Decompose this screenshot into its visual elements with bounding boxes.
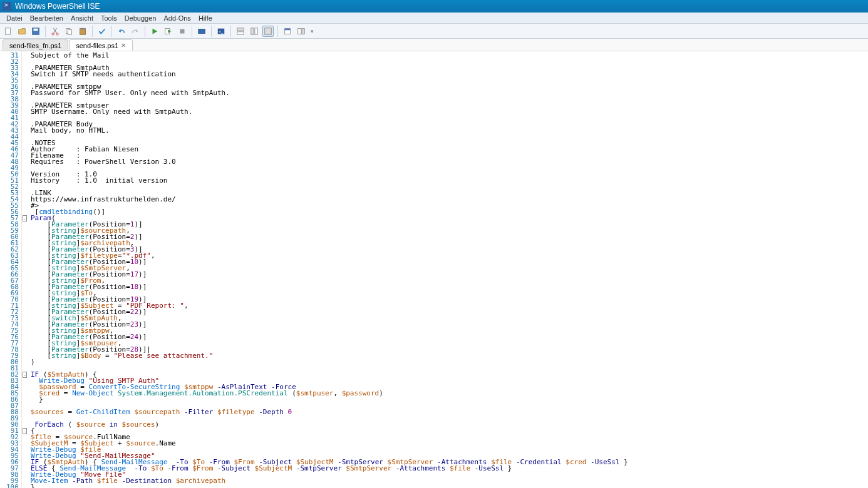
title-bar: Windows PowerShell ISE: [0, 0, 868, 13]
svg-rect-8: [81, 28, 84, 29]
toolbar-overflow[interactable]: ▾: [311, 28, 314, 34]
svg-rect-17: [255, 28, 257, 34]
tab-send-files-fn[interactable]: send-files_fn.ps1: [3, 39, 68, 51]
line-number-gutter: 3132333435363738394041424344454647484950…: [0, 51, 22, 488]
redo-button[interactable]: [130, 26, 141, 37]
menu-help[interactable]: Hilfe: [195, 13, 216, 23]
svg-rect-14: [237, 28, 244, 30]
cut-button[interactable]: [49, 26, 61, 37]
svg-text:>_: >_: [219, 29, 224, 33]
svg-rect-11: [199, 29, 205, 33]
menu-edit[interactable]: Bearbeiten: [26, 13, 67, 23]
window-title: Windows PowerShell ISE: [15, 2, 100, 11]
svg-rect-6: [68, 29, 71, 34]
layout-script-max-button[interactable]: [262, 26, 274, 37]
open-file-button[interactable]: [16, 26, 28, 37]
run-button[interactable]: [149, 26, 160, 37]
layout-script-right-button[interactable]: [249, 26, 260, 37]
toolbar: >_ ▾: [0, 24, 868, 39]
svg-rect-21: [298, 28, 301, 34]
new-file-button[interactable]: [3, 26, 14, 37]
svg-rect-18: [265, 28, 272, 34]
show-command-button[interactable]: [282, 26, 293, 37]
paste-button[interactable]: [77, 26, 88, 37]
app-icon: [3, 2, 11, 11]
stop-button[interactable]: [177, 26, 188, 37]
svg-rect-22: [302, 28, 304, 34]
tab-label: send-files.ps1: [76, 42, 118, 49]
svg-rect-20: [285, 28, 291, 30]
code-area[interactable]: Subject of the Mail .PARAMETER SmtpAuthS…: [28, 51, 631, 488]
undo-button[interactable]: [116, 26, 127, 37]
menu-addons[interactable]: Add-Ons: [160, 13, 194, 23]
layout-script-top-button[interactable]: [235, 26, 246, 37]
svg-point-3: [52, 33, 54, 35]
svg-rect-10: [180, 29, 185, 33]
show-command-addon-button[interactable]: [296, 26, 307, 37]
menu-file[interactable]: Datei: [3, 13, 26, 23]
menu-view[interactable]: Ansicht: [67, 13, 97, 23]
copy-button[interactable]: [63, 26, 75, 37]
menu-tools[interactable]: Tools: [97, 13, 121, 23]
clear-button[interactable]: [96, 26, 108, 37]
menu-bar: Datei Bearbeiten Ansicht Tools Debuggen …: [0, 13, 868, 24]
svg-rect-0: [6, 28, 11, 34]
close-icon[interactable]: ✕: [121, 42, 126, 49]
powershell-tab-button[interactable]: >_: [215, 26, 227, 37]
svg-point-4: [56, 33, 59, 35]
run-selection-button[interactable]: [163, 26, 174, 37]
save-button[interactable]: [30, 26, 41, 37]
code-editor[interactable]: 3132333435363738394041424344454647484950…: [0, 51, 868, 488]
svg-rect-15: [237, 31, 244, 34]
svg-rect-2: [34, 28, 38, 31]
tab-send-files[interactable]: send-files.ps1 ✕: [69, 39, 133, 51]
tab-label: send-files_fn.ps1: [9, 42, 61, 49]
fold-column: ---: [22, 51, 28, 488]
menu-debug[interactable]: Debuggen: [121, 13, 160, 23]
svg-rect-16: [251, 28, 254, 34]
file-tabs: send-files_fn.ps1 send-files.ps1 ✕: [0, 39, 868, 51]
remote-button[interactable]: [196, 26, 207, 37]
